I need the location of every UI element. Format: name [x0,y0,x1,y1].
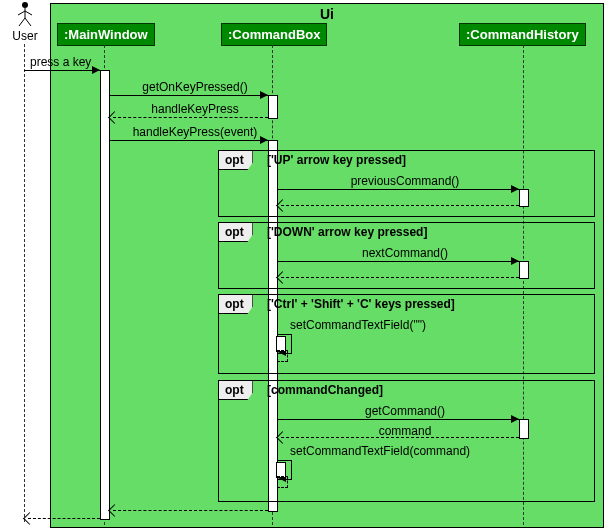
arrow-return [281,205,519,206]
frame-title: Ui [320,6,334,22]
msg-setcommandtextfield-empty: setCommandTextField("") [290,318,426,332]
opt-tag: opt [219,151,253,170]
svg-line-4 [19,18,25,26]
arrowhead-icon [260,91,268,99]
participant-commandbox: :CommandBox [221,23,327,46]
arrowhead-icon [511,415,519,423]
msg-handlekeypress-event: handleKeyPress(event) [120,125,270,139]
msg-handlekeypress-ret: handleKeyPress [140,102,250,116]
arrow [109,95,268,96]
arrow-return [281,277,519,278]
activation-history-2 [519,261,529,279]
arrow [277,419,519,420]
arrowhead-icon [92,66,100,74]
svg-point-0 [22,2,28,8]
opt-tag: opt [219,295,253,314]
msg-nextcommand: nextCommand() [340,246,470,260]
stick-figure-icon [15,0,35,28]
opt-tag: opt [219,381,253,400]
actor-user: User [5,0,45,43]
svg-line-3 [25,11,32,15]
msg-setcommandtextfield-cmd: setCommandTextField(command) [290,444,470,458]
opt-changed: opt [commandChanged] [218,380,595,502]
actor-label: User [5,29,45,43]
arrow-return-final-2 [28,518,100,519]
activation-history-1 [519,189,529,207]
activation-commandbox-1 [268,95,278,119]
opt-guard-changed: [commandChanged] [267,383,383,397]
opt-guard-clear: ['Ctrl' + 'Shift' + 'C' keys pressed] [267,297,455,311]
opt-tag: opt [219,223,253,242]
self-return [277,350,288,362]
arrow [109,140,268,141]
arrow-return [281,437,519,438]
msg-getcommand: getCommand() [350,404,460,418]
arrowhead-icon [260,136,268,144]
activation-history-3 [519,419,529,439]
arrow [24,70,100,71]
msg-previouscommand: previousCommand() [330,174,480,188]
participant-mainwindow: :MainWindow [57,23,155,46]
svg-line-5 [25,18,31,26]
arrowhead-open-icon [23,512,36,525]
svg-line-2 [18,11,25,15]
lifeline-user [24,44,25,522]
msg-command: command [360,424,450,438]
msg-press-key: press a key [30,55,91,69]
arrow [277,189,519,190]
activation-mainwindow [100,70,110,520]
arrow [277,261,519,262]
arrow-return-final-1 [113,510,268,511]
arrowhead-icon [511,257,519,265]
arrowhead-icon [511,185,519,193]
msg-getonkeypressed: getOnKeyPressed() [130,80,260,94]
opt-guard-up: ['UP' arrow key pressed] [267,153,406,167]
opt-guard-down: ['DOWN' arrow key pressed] [267,225,427,239]
self-return [277,476,288,488]
participant-commandhistory: :CommandHistory [459,23,586,46]
opt-clear: opt ['Ctrl' + 'Shift' + 'C' keys pressed… [218,294,595,374]
arrow-return [113,117,268,118]
